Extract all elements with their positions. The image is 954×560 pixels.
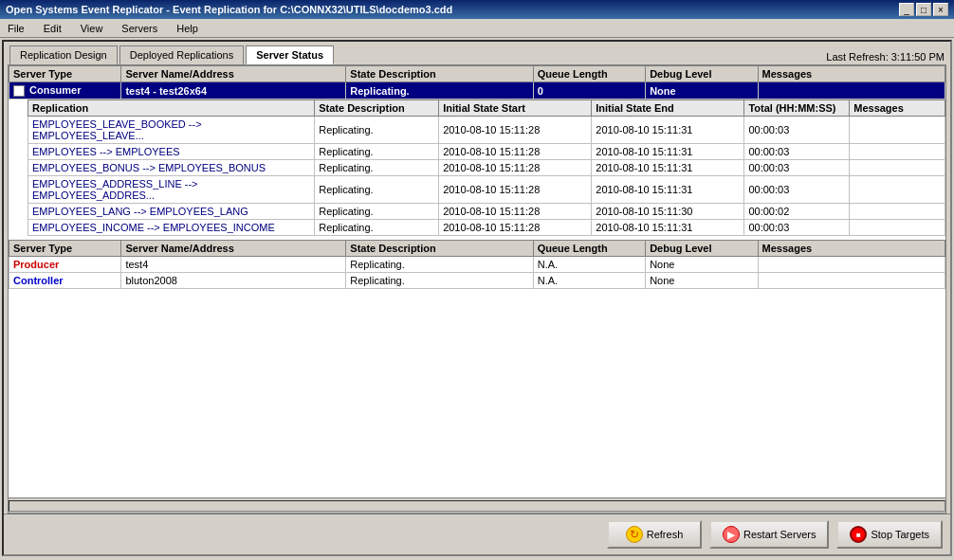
close-button[interactable]: ×: [933, 3, 948, 16]
server-table-bottom: Server Type Server Name/Address State De…: [9, 240, 945, 289]
rep-messages-cell: [850, 204, 945, 220]
server-queue-cell: N.A.: [533, 273, 645, 289]
rep-state-cell: Replicating.: [315, 220, 439, 236]
server-name-cell: bluton2008: [121, 273, 346, 289]
rep-col-end: Initial State End: [592, 100, 744, 117]
tab-replication-design[interactable]: Replication Design: [9, 45, 118, 64]
rep-start-cell: 2010-08-10 15:11:28: [439, 204, 592, 220]
rep-name-cell: EMPLOYEES --> EMPLOYEES: [28, 144, 315, 160]
menu-view[interactable]: View: [77, 22, 107, 35]
restart-icon: ▶: [723, 526, 740, 543]
replication-table-body: EMPLOYEES_LEAVE_BOOKED --> EMPLOYEES_LEA…: [28, 117, 945, 236]
title-bar: Open Systems Event Replicator - Event Re…: [0, 0, 954, 19]
menu-file[interactable]: File: [4, 22, 28, 35]
bottom-button-area: ↻ Refresh ▶ Restart Servers ■ Stop Targe…: [4, 514, 950, 554]
consumer-row[interactable]: - Consumer test4 - test26x64 Replicating…: [9, 82, 945, 99]
rep-name-cell: EMPLOYEES_BONUS --> EMPLOYEES_BONUS: [28, 160, 315, 176]
col-state-desc: State Description: [346, 66, 533, 82]
rep-messages-cell: [850, 176, 945, 204]
refresh-label: Refresh: [647, 529, 684, 540]
tab-deployed-replications[interactable]: Deployed Replications: [119, 45, 244, 64]
rep-total-cell: 00:00:02: [744, 204, 850, 220]
menu-edit[interactable]: Edit: [40, 22, 65, 35]
server-debug-cell: None: [646, 257, 758, 273]
consumer-type-cell: - Consumer: [9, 82, 121, 99]
scroll-area[interactable]: Server Type Server Name/Address State De…: [9, 65, 945, 497]
rep-end-cell: 2010-08-10 15:11:31: [592, 176, 744, 204]
rep-total-cell: 00:00:03: [744, 144, 850, 160]
server-name-cell: test4: [121, 257, 346, 273]
server-state-cell: Replicating.: [346, 257, 533, 273]
rep-end-cell: 2010-08-10 15:11:31: [592, 160, 744, 176]
rep-total-cell: 00:00:03: [744, 220, 850, 236]
replication-row[interactable]: EMPLOYEES_ADDRESS_LINE --> EMPLOYEES_ADD…: [28, 176, 945, 204]
replication-row[interactable]: EMPLOYEES_INCOME --> EMPLOYEES_INCOME Re…: [28, 220, 945, 236]
replication-row[interactable]: EMPLOYEES_LANG --> EMPLOYEES_LANG Replic…: [28, 204, 945, 220]
tab-bar: Replication Design Deployed Replications…: [9, 45, 336, 64]
bottom-table-body: Producer test4 Replicating. N.A. None Co…: [9, 257, 945, 289]
consumer-queue-cell: 0: [533, 82, 645, 99]
server-messages-cell: [758, 257, 945, 273]
server-queue-cell: N.A.: [533, 257, 645, 273]
top-area: Replication Design Deployed Replications…: [4, 42, 950, 64]
replication-row[interactable]: EMPLOYEES_BONUS --> EMPLOYEES_BONUS Repl…: [28, 160, 945, 176]
last-refresh-label: Last Refresh: 3:11:50 PM: [826, 51, 945, 63]
rep-state-cell: Replicating.: [315, 144, 439, 160]
server-type-cell: Producer: [9, 257, 121, 273]
col-server-type: Server Type: [9, 66, 121, 82]
server-table-top: Server Type Server Name/Address State De…: [9, 65, 945, 99]
server-row[interactable]: Producer test4 Replicating. N.A. None: [9, 257, 945, 273]
rep-messages-cell: [850, 117, 945, 144]
bot-col-queue-len: Queue Length: [533, 241, 645, 257]
server-row[interactable]: Controller bluton2008 Replicating. N.A. …: [9, 273, 945, 289]
main-window: Replication Design Deployed Replications…: [2, 40, 952, 556]
rep-total-cell: 00:00:03: [744, 176, 850, 204]
rep-col-state: State Description: [315, 100, 439, 117]
menu-help[interactable]: Help: [173, 22, 202, 35]
rep-col-total: Total (HH:MM:SS): [744, 100, 850, 117]
refresh-button[interactable]: ↻ Refresh: [607, 520, 702, 549]
rep-start-cell: 2010-08-10 15:11:28: [439, 220, 592, 236]
bot-col-messages: Messages: [758, 241, 945, 257]
rep-state-cell: Replicating.: [315, 117, 439, 144]
rep-end-cell: 2010-08-10 15:11:30: [592, 204, 744, 220]
menu-bar: File Edit View Servers Help: [0, 19, 954, 38]
rep-start-cell: 2010-08-10 15:11:28: [439, 117, 592, 144]
window-controls[interactable]: _ □ ×: [899, 3, 948, 16]
col-server-name: Server Name/Address: [121, 66, 346, 82]
rep-start-cell: 2010-08-10 15:11:28: [439, 160, 592, 176]
maximize-button[interactable]: □: [916, 3, 931, 16]
rep-end-cell: 2010-08-10 15:11:31: [592, 144, 744, 160]
rep-start-cell: 2010-08-10 15:11:28: [439, 144, 592, 160]
refresh-icon: ↻: [626, 526, 643, 543]
rep-name-cell: EMPLOYEES_ADDRESS_LINE --> EMPLOYEES_ADD…: [28, 176, 315, 204]
replication-row[interactable]: EMPLOYEES --> EMPLOYEES Replicating. 201…: [28, 144, 945, 160]
stop-icon: ■: [850, 526, 867, 543]
rep-col-name: Replication: [28, 100, 315, 117]
stop-targets-label: Stop Targets: [871, 529, 929, 540]
rep-messages-cell: [850, 220, 945, 236]
col-queue-len: Queue Length: [533, 66, 645, 82]
rep-messages-cell: [850, 144, 945, 160]
consumer-state-cell: Replicating.: [346, 82, 533, 99]
minimize-button[interactable]: _: [899, 3, 914, 16]
rep-end-cell: 2010-08-10 15:11:31: [592, 117, 744, 144]
rep-messages-cell: [850, 160, 945, 176]
replication-row[interactable]: EMPLOYEES_LEAVE_BOOKED --> EMPLOYEES_LEA…: [28, 117, 945, 144]
tab-server-status[interactable]: Server Status: [246, 45, 334, 64]
col-debug-level: Debug Level: [646, 66, 758, 82]
rep-state-cell: Replicating.: [315, 160, 439, 176]
rep-total-cell: 00:00:03: [744, 160, 850, 176]
collapse-button[interactable]: -: [13, 85, 25, 97]
rep-name-cell: EMPLOYEES_LANG --> EMPLOYEES_LANG: [28, 204, 315, 220]
stop-targets-button[interactable]: ■ Stop Targets: [836, 520, 943, 549]
scrollbar-track[interactable]: [9, 500, 945, 512]
rep-name-cell: EMPLOYEES_LEAVE_BOOKED --> EMPLOYEES_LEA…: [28, 117, 315, 144]
restart-servers-button[interactable]: ▶ Restart Servers: [709, 520, 829, 549]
server-messages-cell: [758, 273, 945, 289]
col-messages: Messages: [758, 66, 945, 82]
bot-col-server-name: Server Name/Address: [121, 241, 346, 257]
rep-name-cell: EMPLOYEES_INCOME --> EMPLOYEES_INCOME: [28, 220, 315, 236]
horizontal-scrollbar[interactable]: [9, 497, 945, 513]
menu-servers[interactable]: Servers: [118, 22, 161, 35]
